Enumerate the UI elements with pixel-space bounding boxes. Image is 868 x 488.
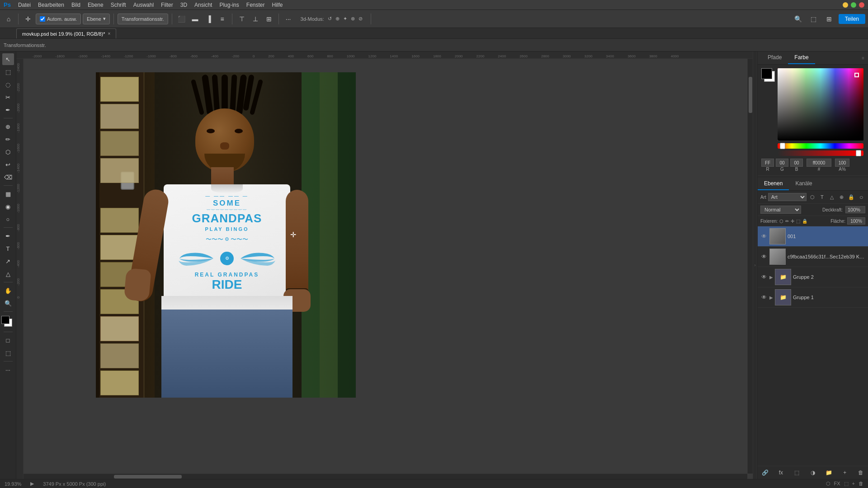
panel-tab-farbe[interactable]: Farbe — [788, 52, 815, 64]
crop-tool[interactable]: ✂ — [2, 91, 14, 103]
healing-tool[interactable]: ⊕ — [2, 121, 14, 132]
lock-all-icon[interactable]: 🔒 — [802, 219, 807, 224]
tab-kanale[interactable]: Kanäle — [789, 178, 818, 190]
layer-visibility-001[interactable]: 👁 — [760, 233, 768, 240]
blend-mode-select[interactable]: Normal Auflösen Abdunkeln Multiplizieren — [760, 206, 801, 214]
shape-tool[interactable]: △ — [2, 268, 14, 280]
layer-visibility-kopie[interactable]: 👁 — [760, 253, 768, 260]
add-mask-btn[interactable]: ⬚ — [793, 468, 802, 477]
pen-tool[interactable]: ✒ — [2, 230, 14, 242]
lock-position-icon[interactable]: ✛ — [791, 219, 794, 224]
filter-icon-5[interactable]: 🔒 — [848, 192, 856, 202]
share-button[interactable]: Teilen — [839, 14, 865, 24]
filter-icon-1[interactable]: ⬡ — [808, 192, 816, 202]
horizontal-scrollbar-thumb[interactable] — [114, 475, 182, 479]
menu-bearbeiten[interactable]: Bearbeiten — [34, 1, 68, 9]
screen-mode-tool[interactable]: ⬚ — [2, 347, 14, 359]
filter-toggle[interactable]: ○ — [857, 192, 865, 202]
vertical-scrollbar[interactable] — [747, 59, 753, 474]
canvas-viewport[interactable]: — —— —— — SOME 〰〰〰〰〰〰〰〰〰 GRANDPAS PLAY B… — [24, 59, 753, 479]
distribute-icon[interactable]: ≡ — [217, 13, 228, 25]
add-group-btn[interactable]: 📁 — [824, 468, 833, 477]
menu-ansicht[interactable]: Ansicht — [191, 1, 216, 9]
link-layers-btn[interactable]: 🔗 — [760, 468, 769, 477]
layer-item-kopie[interactable]: 👁 c9fbcaa1566c31f...Sec12eb39 Kopie — [758, 247, 868, 267]
layer-expand-gruppe2[interactable]: ▶ — [769, 275, 773, 280]
rectangle-tool[interactable]: ⬚ — [2, 66, 14, 78]
eyedropper-tool[interactable]: ✒ — [2, 104, 14, 116]
add-layer-btn[interactable]: + — [840, 468, 849, 477]
panel-tab-pfade[interactable]: Pfade — [761, 52, 788, 64]
menu-3d[interactable]: 3D — [177, 1, 191, 9]
layer-visibility-gruppe1[interactable]: 👁 — [760, 294, 768, 301]
layer-visibility-gruppe2[interactable]: 👁 — [760, 273, 768, 281]
auto-select-button[interactable]: Autom. ausw. — [36, 14, 81, 24]
layer-item-gruppe2[interactable]: 👁 ▶ 📁 Gruppe 2 — [758, 267, 868, 287]
panel-menu-icon[interactable]: ≡ — [862, 56, 864, 61]
zoom-tool[interactable]: 🔍 — [2, 297, 14, 309]
color-spectrum[interactable] — [778, 68, 863, 141]
home-icon[interactable]: ⌂ — [3, 13, 14, 25]
3d-icon3[interactable]: ✦ — [343, 16, 347, 22]
delete-layer-btn[interactable]: 🗑 — [856, 468, 865, 477]
hue-slider[interactable] — [778, 143, 863, 149]
menu-fenster[interactable]: Fenster — [243, 1, 269, 9]
menu-auswahl[interactable]: Auswahl — [130, 1, 157, 9]
triangle-btn[interactable]: ▶ — [30, 481, 34, 487]
color-hex-input[interactable] — [807, 159, 831, 167]
window-close[interactable] — [859, 2, 864, 8]
brush-tool[interactable]: ✏ — [2, 133, 14, 145]
statusbar-icon-5[interactable]: 🗑 — [859, 481, 863, 487]
filter-icon-2[interactable]: T — [818, 192, 826, 202]
eraser-tool[interactable]: ⌫ — [2, 171, 14, 183]
hand-tool[interactable]: ✋ — [2, 285, 14, 296]
hue-slider-thumb[interactable] — [780, 143, 785, 149]
add-adjustment-btn[interactable]: ◑ — [808, 468, 817, 477]
tab-close-icon[interactable]: × — [108, 31, 110, 36]
more-tools-btn[interactable]: ··· — [2, 364, 14, 375]
lock-artboard-icon[interactable]: ⬚ — [796, 219, 800, 224]
lasso-tool[interactable]: ◌ — [2, 79, 14, 90]
statusbar-icon-4[interactable]: + — [852, 481, 855, 487]
arrange-icon[interactable]: ⊞ — [823, 13, 835, 25]
gradient-tool[interactable]: ▦ — [2, 188, 14, 200]
fill-input[interactable] — [847, 217, 865, 225]
opacity-input[interactable] — [845, 206, 865, 213]
3d-icon5[interactable]: ⊘ — [359, 16, 363, 22]
transform-button[interactable]: Transformationsstr. — [118, 14, 168, 24]
foreground-color-swatch[interactable] — [1, 316, 9, 324]
statusbar-icon-3[interactable]: ⬚ — [844, 481, 849, 487]
statusbar-icon-1[interactable]: ⬡ — [826, 481, 830, 487]
opacity-slider-thumb[interactable] — [856, 150, 861, 156]
menu-datei[interactable]: Datei — [14, 1, 34, 9]
statusbar-icon-2[interactable]: FX — [834, 481, 840, 487]
align-top-icon[interactable]: ⊤ — [236, 13, 248, 25]
path-selection-tool[interactable]: ↗ — [2, 255, 14, 267]
mask-mode-tool[interactable]: □ — [2, 334, 14, 346]
align-bottom-icon[interactable]: ⊞ — [263, 13, 275, 25]
menu-ebene[interactable]: Ebene — [84, 1, 107, 9]
add-style-btn[interactable]: fx — [776, 468, 785, 477]
color-red-input[interactable] — [761, 159, 774, 167]
layers-type-select[interactable]: Art Alle Pixel Text Form Smartobjekt — [768, 193, 807, 201]
zoom-icon[interactable]: ⬚ — [808, 13, 820, 25]
layer-item-001[interactable]: 👁 001 — [758, 226, 868, 247]
3d-icon1[interactable]: ↺ — [328, 16, 332, 22]
align-vcenter-icon[interactable]: ⊥ — [250, 13, 261, 25]
menu-filter[interactable]: Filter — [157, 1, 177, 9]
tab-ebenen[interactable]: Ebenen — [758, 178, 789, 190]
color-green-input[interactable] — [776, 159, 788, 167]
layer-select-button[interactable]: Ebene ▾ — [83, 14, 110, 24]
lock-transparent-icon[interactable]: ⬡ — [779, 219, 783, 224]
layer-expand-gruppe1[interactable]: ▶ — [769, 295, 773, 300]
move-tool-icon[interactable]: ✛ — [22, 13, 34, 25]
document-tab[interactable]: movkup.psd bei 19.9% (001, RGB/8)* × — [16, 28, 116, 38]
align-left-icon[interactable]: ⬛ — [176, 13, 188, 25]
vertical-scrollbar-thumb[interactable] — [749, 77, 752, 113]
window-minimize[interactable] — [843, 2, 848, 8]
filter-icon-4[interactable]: ⊕ — [838, 192, 846, 202]
text-tool[interactable]: T — [2, 243, 14, 254]
menu-plugins[interactable]: Plug-ins — [216, 1, 242, 9]
fg-swatch-small[interactable] — [761, 68, 772, 79]
search-icon[interactable]: 🔍 — [793, 13, 804, 25]
